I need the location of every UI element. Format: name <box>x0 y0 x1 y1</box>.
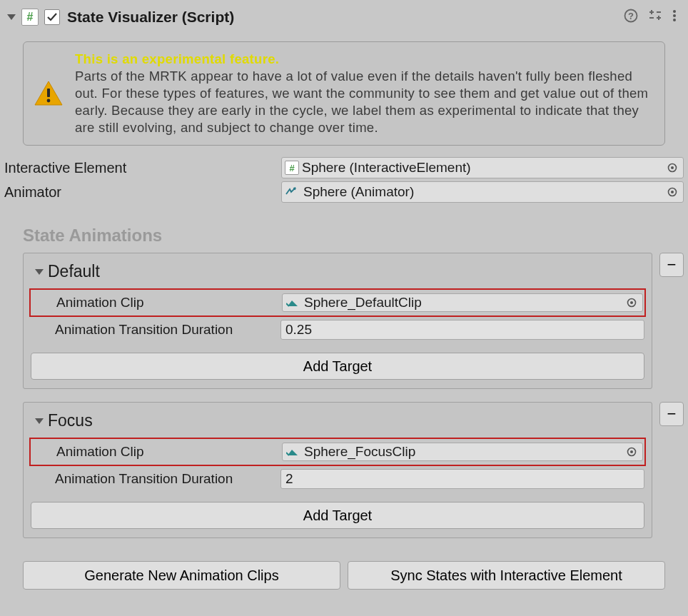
script-icon: # <box>21 9 39 26</box>
animator-row: Animator Sphere (Animator) <box>0 180 688 204</box>
object-picker-icon[interactable] <box>624 444 639 460</box>
svg-point-10 <box>673 19 676 21</box>
animator-field[interactable]: Sphere (Animator) <box>281 181 684 203</box>
preset-icon[interactable] <box>648 9 662 26</box>
transition-duration-value: 0.25 <box>285 322 312 338</box>
script-icon: # <box>285 161 299 175</box>
state-row-default: Default Animation Clip Sphere_DefaultCli… <box>0 253 688 389</box>
svg-point-9 <box>673 14 676 17</box>
add-target-button[interactable]: Add Target <box>31 502 644 529</box>
animator-value: Sphere (Animator) <box>303 184 664 200</box>
animation-clip-value: Sphere_FocusClip <box>304 444 624 460</box>
svg-point-8 <box>673 10 676 13</box>
svg-rect-7 <box>658 16 659 20</box>
context-menu-icon[interactable] <box>672 9 677 26</box>
warning-icon <box>34 51 64 136</box>
component-header: # State Visualizer (Script) ? <box>0 0 688 34</box>
experimental-warning-box: This is an experimental feature. Parts o… <box>23 41 665 146</box>
animator-label: Animator <box>4 184 281 201</box>
svg-text:?: ? <box>628 11 634 21</box>
animation-clip-highlight: Animation Clip Sphere_FocusClip <box>29 438 646 466</box>
animation-clip-field[interactable]: Sphere_FocusClip <box>282 443 643 461</box>
object-picker-icon[interactable] <box>664 160 680 176</box>
warning-title: This is an experimental feature. <box>75 51 279 66</box>
transition-duration-field[interactable]: 0.25 <box>280 320 644 340</box>
state-card: Default Animation Clip Sphere_DefaultCli… <box>23 253 652 389</box>
interactive-element-value: Sphere (InteractiveElement) <box>302 160 664 176</box>
animator-icon <box>285 185 299 199</box>
svg-point-18 <box>630 301 633 304</box>
interactive-element-row: Interactive Element # Sphere (Interactiv… <box>0 156 688 180</box>
object-picker-icon[interactable] <box>664 184 680 200</box>
foldout-arrow-icon[interactable] <box>35 269 44 275</box>
svg-rect-3 <box>651 10 652 14</box>
object-picker-icon[interactable] <box>624 295 639 310</box>
sync-states-button[interactable]: Sync States with Interactive Element <box>348 561 665 590</box>
transition-duration-field[interactable]: 2 <box>280 469 644 489</box>
animation-clip-icon <box>285 445 300 459</box>
interactive-element-label: Interactive Element <box>4 160 281 176</box>
state-animations-heading: State Animations <box>0 204 688 253</box>
svg-point-20 <box>630 450 633 453</box>
warning-body: Parts of the MRTK appear to have a lot o… <box>75 69 648 135</box>
interactive-element-field[interactable]: # Sphere (InteractiveElement) <box>281 157 684 178</box>
generate-clips-button[interactable]: Generate New Animation Clips <box>23 561 340 590</box>
svg-point-16 <box>671 191 674 193</box>
component-enabled-checkbox[interactable] <box>44 9 60 25</box>
svg-rect-4 <box>649 17 654 19</box>
state-header[interactable]: Default <box>31 262 644 281</box>
state-name: Focus <box>48 411 93 430</box>
state-header[interactable]: Focus <box>31 411 644 430</box>
animation-clip-label: Animation Clip <box>32 444 282 460</box>
foldout-arrow-icon[interactable] <box>7 14 16 20</box>
animation-clip-label: Animation Clip <box>32 295 282 310</box>
animation-clip-value: Sphere_DefaultClip <box>304 295 624 310</box>
svg-rect-5 <box>657 11 661 13</box>
svg-point-12 <box>47 99 51 103</box>
component-title: State Visualizer (Script) <box>67 9 624 26</box>
svg-point-14 <box>671 166 674 169</box>
state-row-focus: Focus Animation Clip Sphere_FocusClip An… <box>0 402 688 538</box>
foldout-arrow-icon[interactable] <box>35 418 44 424</box>
svg-rect-11 <box>47 89 50 97</box>
remove-state-button[interactable]: − <box>659 253 684 277</box>
transition-duration-label: Animation Transition Duration <box>31 471 280 487</box>
state-name: Default <box>48 262 100 281</box>
add-target-button[interactable]: Add Target <box>31 353 644 380</box>
animation-clip-field[interactable]: Sphere_DefaultClip <box>282 293 643 312</box>
help-icon[interactable]: ? <box>624 9 638 26</box>
bottom-buttons: Generate New Animation Clips Sync States… <box>0 551 688 602</box>
animation-clip-highlight: Animation Clip Sphere_DefaultClip <box>29 288 646 317</box>
animation-clip-icon <box>285 296 300 310</box>
remove-state-button[interactable]: − <box>659 402 684 426</box>
transition-duration-label: Animation Transition Duration <box>31 322 280 338</box>
transition-duration-value: 2 <box>285 471 293 487</box>
state-card: Focus Animation Clip Sphere_FocusClip An… <box>23 402 652 538</box>
